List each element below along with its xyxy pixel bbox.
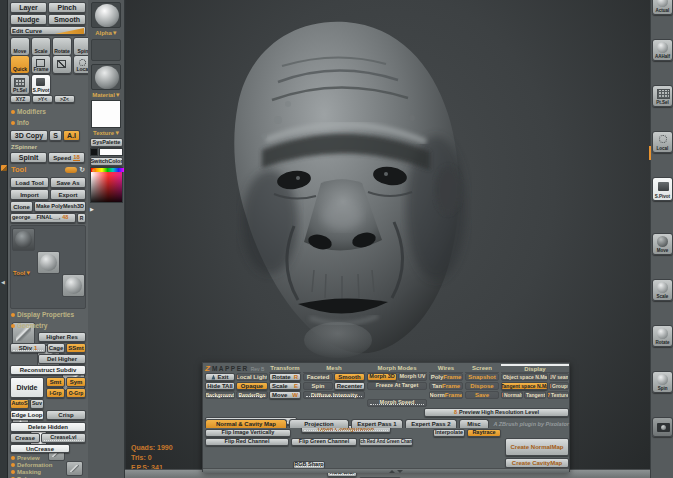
local-shelf-button[interactable]: Local (652, 131, 673, 153)
scale-shelf-button[interactable]: Scale (652, 279, 673, 301)
actual-size-button[interactable]: Actual (652, 0, 673, 15)
spin-shelf-button[interactable]: Spin (652, 371, 673, 393)
tool-thumb-current[interactable] (12, 228, 35, 251)
crease-button[interactable]: Crease (10, 433, 40, 443)
alpha-tray[interactable] (91, 39, 121, 61)
diffuse-intensity-slider[interactable]: Diffuse Intensity (303, 391, 365, 399)
raytrace-toggle[interactable]: Raytrace (467, 429, 501, 437)
texture-popup-label[interactable]: Texture▼ (88, 130, 125, 136)
zmapper-resize-strip[interactable] (203, 468, 569, 473)
background-slider[interactable]: Background (205, 391, 235, 399)
crease-lvl-slider[interactable]: CreaseLvl (41, 433, 86, 443)
tab-expert-pass-2[interactable]: Expert Pass 2 (405, 419, 457, 428)
flip-red-channel-button[interactable]: Flip Red Channel (205, 438, 289, 446)
spin-toggle[interactable]: Spin (303, 382, 333, 390)
alpha-thumbnail[interactable] (91, 2, 121, 28)
layer-brush-button[interactable]: Layer (10, 2, 47, 13)
create-cavitymap-button[interactable]: Create CavityMap (505, 458, 569, 468)
tool-refresh-icon[interactable]: ↻ (79, 166, 85, 173)
texture-thumbnail[interactable] (91, 100, 121, 128)
tool-popup-label[interactable]: Tool▼ (13, 270, 31, 276)
rotate-tile-button[interactable]: Rotate (52, 37, 72, 56)
zmapper-exit-button[interactable]: Exit (205, 373, 235, 381)
dispose-button[interactable]: Dispose (465, 382, 499, 390)
edge-loop-button[interactable]: Edge Loop (10, 410, 44, 420)
main-color-swatch[interactable] (90, 148, 98, 156)
spivot-button[interactable]: S.Pivot (31, 74, 51, 95)
move-tile-button[interactable]: Move (10, 37, 30, 56)
resize-down-icon[interactable] (397, 470, 403, 473)
display-properties-header[interactable]: Display Properties (11, 312, 74, 319)
speed-slider[interactable]: Speed 18 (48, 152, 85, 163)
smt-button[interactable]: Smt (46, 377, 65, 387)
polyframe-toggle[interactable]: PolyFrame (429, 373, 463, 381)
switchcolor-button[interactable]: SwitchColor (90, 157, 123, 166)
pinch-brush-button[interactable]: Pinch (48, 2, 86, 13)
axis-y-button[interactable]: >Y< (32, 95, 53, 103)
hide-tall-button[interactable]: Hide TAll (205, 382, 235, 390)
import-button[interactable]: Import (10, 189, 49, 200)
tanframe-toggle[interactable]: TanFrame (429, 382, 463, 390)
clone-button[interactable]: Clone (10, 201, 33, 212)
scale-mode-button[interactable]: ScaleE (269, 382, 301, 390)
display-texture-toggle[interactable]: 7Texture (547, 391, 569, 399)
quick-mode-button[interactable]: Quick (10, 55, 30, 74)
switch-red-green-button[interactable]: Switch Red And Green Channels (359, 438, 413, 446)
frame-button[interactable]: Frame (31, 55, 51, 74)
load-tool-button[interactable]: Load Tool (10, 177, 49, 188)
masking-header[interactable]: Masking (11, 469, 41, 475)
morph-uv-button[interactable]: Morph UV (398, 373, 427, 381)
nudge-brush-button[interactable]: Nudge (10, 14, 47, 25)
material-popup-label[interactable]: Material▼ (88, 92, 125, 98)
material-thumbnail[interactable] (91, 64, 121, 90)
faceted-toggle[interactable]: Faceted (303, 373, 333, 381)
info-section-header[interactable]: Info (11, 120, 29, 127)
rotate-mode-button[interactable]: RotateR (269, 373, 301, 381)
tool-section-header[interactable]: Tool ↻ (11, 166, 85, 174)
render-rgn-slider[interactable]: RenderRgn (236, 391, 268, 399)
deformation-header[interactable]: Deformation (11, 462, 52, 468)
3d-copy-button[interactable]: 3D Copy (10, 130, 48, 141)
morph-3d-button[interactable]: Morph 3D (367, 373, 397, 381)
display-object-nmap-toggle[interactable]: 1Object space N.Map (501, 373, 548, 381)
create-normalmap-button[interactable]: Create NormalMap (505, 438, 569, 456)
igrp-button[interactable]: I-Grp (46, 388, 65, 398)
tab-misc[interactable]: Misc (459, 419, 489, 428)
delete-hidden-button[interactable]: Delete Hidden (10, 422, 86, 432)
scale-tile-button[interactable]: Scale (31, 37, 51, 56)
ptsel-button[interactable]: Pt.Sel (10, 74, 30, 95)
tab-normal-cavity-map[interactable]: Normal & Cavity Map (205, 419, 287, 428)
sdiv-slider[interactable]: SDiv 1 (10, 343, 46, 353)
uncrease-button[interactable]: UnCrease (10, 444, 70, 453)
save-screen-button[interactable]: Save (465, 391, 499, 399)
suv-button[interactable]: Suv (30, 399, 44, 409)
spinit-button[interactable]: SpinIt (10, 152, 47, 163)
ptsel-shelf-button[interactable]: Pt.Sel (652, 85, 673, 107)
export-button[interactable]: Export (50, 189, 86, 200)
color-picker[interactable] (90, 167, 123, 203)
secondary-color-swatch[interactable] (99, 148, 123, 156)
display-uv-seams-toggle[interactable]: 5UV seams (549, 373, 569, 381)
save-as-button[interactable]: Save As (50, 177, 86, 188)
display-normals-toggle[interactable]: 3Normals (501, 391, 523, 399)
flip-green-channel-button[interactable]: Flip Green Channel (291, 438, 357, 446)
sym-button[interactable]: Sym (66, 377, 86, 387)
edit-curve-button[interactable]: Edit Curve (10, 26, 86, 35)
smooth-brush-button[interactable]: Smooth (48, 14, 86, 25)
morph-speed-slider[interactable]: Morph Speed (367, 399, 427, 407)
flip-image-vertically-button[interactable]: Flip Image Vertically (205, 429, 291, 437)
tool-toggle-icon[interactable] (65, 167, 77, 173)
tray-expand-arrow-icon[interactable]: ▶ (90, 206, 94, 212)
autos-button[interactable]: AutoS (10, 399, 29, 409)
resize-up-icon[interactable] (389, 470, 395, 473)
ssmt-button[interactable]: SSmt (66, 343, 86, 353)
tab-projection[interactable]: Projection (289, 419, 349, 428)
ogrp-button[interactable]: O-Grp (66, 388, 86, 398)
alpha-popup-label[interactable]: Alpha▼ (88, 30, 125, 36)
zapplink-camera-button[interactable] (652, 417, 673, 437)
crisp-button[interactable]: Crisp (46, 410, 86, 420)
copy-ai-button[interactable]: A.I (63, 130, 80, 141)
divide-button[interactable]: Divide (10, 377, 44, 398)
move-mode-button[interactable]: MoveW (269, 391, 301, 399)
display-tangents-toggle[interactable]: 4Tangents (524, 391, 546, 399)
